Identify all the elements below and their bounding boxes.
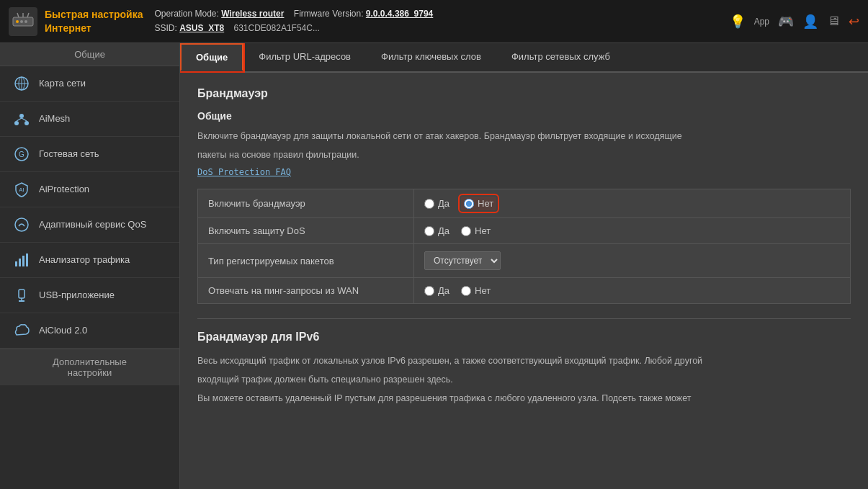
svg-line-6 [27,13,29,17]
firmware-label: Firmware Version: [294,9,364,19]
svg-rect-22 [22,256,24,266]
sidebar-item-guest-network[interactable]: G Гостевая сеть [0,137,179,172]
faq-link[interactable]: DoS Protection FAQ [197,167,291,177]
enable-dos-radio-group: Да Нет [414,218,851,244]
sidebar-item-traffic-analyzer[interactable]: Анализатор трафика [0,243,179,278]
sidebar-label-aiprotection: AiProtection [39,184,89,196]
network-map-icon [12,73,32,94]
enable-dos-no-radio[interactable] [461,226,471,236]
screen-icon[interactable]: 🖥 [827,14,840,29]
operation-mode-value: Wireless router [221,9,284,19]
sidebar-label-aicloud: AiCloud 2.0 [39,325,87,337]
ipv6-title: Брандмауэр для IPv6 [197,331,851,344]
aicloud-icon [12,320,32,341]
sidebar-item-aiprotection[interactable]: AI AiProtection [0,172,179,207]
enable-firewall-yes-text: Да [438,198,449,209]
enable-dos-no-label[interactable]: Нет [461,225,491,236]
firewall-form-table: Включить брандмауэр Да Нет [197,189,851,304]
description-1: Включите брандмауэр для защиты локальной… [197,129,851,143]
enable-firewall-yes-label[interactable]: Да [424,198,449,209]
sidebar-label-usb-app: USB-приложение [39,290,115,302]
sidebar-item-aimesh[interactable]: AiMesh [0,102,179,137]
svg-point-12 [14,121,19,125]
svg-point-13 [24,121,29,125]
wan-ping-no-radio[interactable] [461,286,471,296]
firmware-value: 9.0.0.4.386_9794 [366,9,433,19]
wan-ping-yes-text: Да [438,285,449,296]
ssid-extra: 631CDE082A1F54C... [234,23,320,33]
sidebar-label-adaptive-qos: Адаптивный сервис QoS [39,219,146,231]
signal-icon[interactable]: ↩ [849,14,859,30]
layout: Общие Карта сети AiMesh G Гостевая сеть … [0,43,868,489]
header-title: Быстрая настройка Интернет [45,8,143,34]
ipv6-desc-1: Весь исходящий трафик от локальных узлов… [197,354,851,368]
ipv6-desc-3: Вы можете оставить удаленный IP пустым д… [197,391,851,405]
sidebar: Общие Карта сети AiMesh G Гостевая сеть … [0,43,180,489]
sidebar-item-aicloud[interactable]: AiCloud 2.0 [0,313,179,349]
enable-dos-yes-radio[interactable] [424,226,434,236]
svg-point-11 [19,114,24,118]
svg-rect-21 [19,259,21,266]
packet-type-dropdown[interactable]: Отсутствует [424,251,501,270]
sidebar-item-usb-app[interactable]: USB-приложение [0,278,179,313]
enable-firewall-yes-radio[interactable] [424,199,434,209]
svg-point-1 [16,20,19,23]
header-info: Operation Mode: Wireless router Firmware… [154,7,433,35]
sidebar-general-header: Общие [0,43,179,66]
sidebar-item-network-map[interactable]: Карта сети [0,66,179,102]
tab-keyword-filter[interactable]: Фильтр ключевых слов [366,43,496,71]
ssid-value: ASUS_XT8 [179,23,224,33]
wan-ping-yes-label[interactable]: Да [424,285,449,296]
tab-url-filter[interactable]: Фильтр URL-адресов [243,43,366,71]
table-row-wan-ping: Отвечать на пинг-запросы из WAN Да Нет [198,278,851,304]
adaptive-qos-icon [12,215,32,235]
header-left: Быстрая настройка Интернет Operation Mod… [9,7,433,36]
description-2: пакеты на основе правил фильтрации. [197,148,851,162]
lamp-icon[interactable]: 💡 [730,14,746,30]
svg-text:G: G [19,151,24,158]
traffic-analyzer-icon [12,250,32,270]
app-label: App [754,17,769,27]
svg-line-15 [22,118,27,121]
ipv6-section: Брандмауэр для IPv6 Весь исходящий трафи… [197,318,851,405]
table-row-enable-firewall: Включить брандмауэр Да Нет [198,189,851,218]
router-icon [9,7,37,36]
svg-rect-24 [19,290,24,298]
svg-text:AI: AI [19,187,24,193]
main-content: Общие Фильтр URL-адресов Фильтр ключевых… [180,43,868,489]
sidebar-advanced-settings[interactable]: Дополнительные настройки [0,349,179,385]
wan-ping-yes-radio[interactable] [424,286,434,296]
table-row-packet-type: Тип регистрируемых пакетов Отсутствует [198,244,851,278]
header-logo[interactable]: Быстрая настройка Интернет [9,7,143,36]
tab-general[interactable]: Общие [180,43,243,71]
tab-network-services-filter[interactable]: Фильтр сетевых служб [496,43,625,71]
sidebar-label-guest-network: Гостевая сеть [39,148,99,161]
divider [197,318,851,319]
operation-mode-label: Operation Mode: [154,9,218,19]
header-right: 💡 App 🎮 👤 🖥 ↩ [730,14,859,30]
ssid-label: SSID: [154,23,176,33]
enable-firewall-no-label[interactable]: Нет [461,197,496,210]
wan-ping-no-text: Нет [475,285,491,296]
packet-type-label: Тип регистрируемых пакетов [198,244,414,278]
sidebar-item-adaptive-qos[interactable]: Адаптивный сервис QoS [0,207,179,243]
guest-network-icon: G [12,144,32,164]
enable-firewall-no-text: Нет [478,198,493,209]
svg-point-2 [20,20,23,23]
wan-ping-no-label[interactable]: Нет [461,285,491,296]
general-subtitle: Общие [197,110,851,122]
content-area: Брандмауэр Общие Включите брандмауэр для… [180,73,868,489]
enable-firewall-no-radio[interactable] [464,199,474,209]
ipv6-desc-2: входящий трафик должен быть специально р… [197,372,851,387]
svg-point-19 [15,218,28,231]
gamepad-icon[interactable]: 🎮 [778,14,794,30]
usb-app-icon [12,285,32,305]
enable-firewall-radio-group: Да Нет [414,189,851,218]
user-icon[interactable]: 👤 [802,14,818,30]
header: Быстрая настройка Интернет Operation Mod… [0,0,868,43]
sidebar-label-aimesh: AiMesh [39,113,70,125]
wan-ping-radio-group: Да Нет [414,278,851,304]
svg-line-14 [17,118,22,121]
enable-dos-yes-label[interactable]: Да [424,225,449,236]
packet-type-dropdown-cell: Отсутствует [414,244,851,278]
